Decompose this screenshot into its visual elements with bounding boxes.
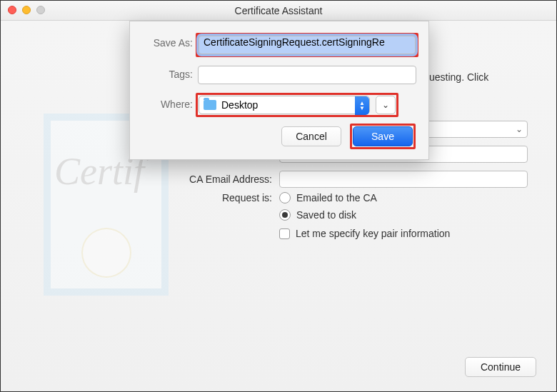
chevron-down-icon: ⌄: [516, 124, 523, 134]
zoom-icon: [36, 6, 45, 14]
stepper-icon: ▲▼: [355, 96, 369, 115]
where-select[interactable]: Desktop ▲▼: [199, 96, 370, 114]
radio-saved[interactable]: [279, 209, 291, 221]
request-is-label: Request is:: [186, 192, 279, 203]
close-icon[interactable]: [8, 6, 16, 14]
tags-label: Tags:: [143, 69, 193, 80]
saveas-highlight: [196, 33, 418, 57]
minimize-icon[interactable]: [22, 6, 31, 14]
saveas-input[interactable]: [199, 36, 416, 54]
tags-input[interactable]: [198, 66, 416, 84]
window-title: Certificate Assistant: [1, 5, 556, 16]
chevron-down-icon: ⌄: [382, 100, 389, 110]
ca-email-label: CA Email Address:: [186, 174, 279, 185]
titlebar: Certificate Assistant: [1, 1, 556, 21]
where-value: Desktop: [221, 99, 258, 111]
where-label: Where:: [143, 99, 193, 110]
app-window: Certificate Assistant Certif uesting. Cl…: [0, 0, 557, 392]
folder-icon: [204, 100, 216, 110]
checkbox-keypair[interactable]: [279, 228, 290, 239]
continue-button[interactable]: Continue: [465, 357, 536, 377]
intro-text: uesting. Click: [429, 71, 531, 85]
seal-icon: [81, 228, 131, 278]
cancel-button[interactable]: Cancel: [281, 126, 341, 146]
where-highlight: Desktop ▲▼ ⌄: [196, 93, 398, 117]
save-button[interactable]: Save: [353, 126, 413, 146]
checkbox-keypair-label: Let me specify key pair information: [296, 228, 450, 239]
save-highlight: Save: [350, 124, 416, 149]
window-controls: [8, 6, 45, 14]
ca-email-input[interactable]: [279, 171, 528, 188]
saveas-label: Save As:: [143, 37, 193, 49]
saveas-text[interactable]: [204, 36, 411, 48]
expand-button[interactable]: ⌄: [376, 96, 396, 114]
radio-saved-label: Saved to disk: [296, 209, 356, 221]
save-sheet: Save As: Tags: Where: Desktop: [129, 21, 429, 160]
radio-emailed[interactable]: [279, 192, 291, 203]
radio-emailed-label: Emailed to the CA: [296, 192, 377, 203]
